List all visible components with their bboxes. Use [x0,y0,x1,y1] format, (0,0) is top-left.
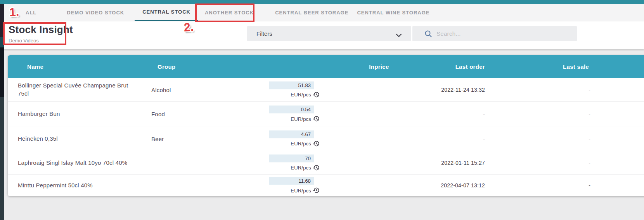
sidebar-sliver [0,97,4,220]
column-header-last-sale[interactable]: Last sale [505,63,589,70]
inprice-value-field[interactable]: 4.67 [269,130,314,138]
top-accent-bar [0,0,644,4]
search-box [412,26,577,41]
product-name: Hamburger Bun [18,110,131,118]
last-order-value: 2022-01-11 15:27 [388,160,485,166]
chevron-down-icon [396,32,402,39]
inprice-value-field[interactable]: 70 [269,154,314,162]
product-name: Bollinger Special Cuvée Champagne Brut 7… [18,81,131,98]
inprice-cell: 4.67 EUR/pcs [261,130,320,147]
price-history-icon[interactable] [313,115,320,122]
filters-dropdown[interactable]: Filters [247,26,411,41]
inprice-cell: 51.83 EUR/pcs [261,81,320,98]
price-unit-label: EUR/pcs [291,187,311,193]
last-sale-value: - [505,160,590,166]
last-sale-value: - [505,136,590,142]
price-unit-label: EUR/pcs [291,141,311,147]
last-sale-value: - [505,111,590,117]
stock-table: Name Group Inprice Last order Last sale … [8,55,644,196]
tab-another-stock[interactable]: ANOTHER STOCK [205,4,254,21]
table-header-row: Name Group Inprice Last order Last sale [8,55,644,78]
page-title: Stock Insight [9,24,73,36]
price-unit-label: EUR/pcs [291,165,311,171]
price-history-icon[interactable] [313,187,320,194]
filters-label: Filters [256,30,272,37]
search-icon [424,30,433,38]
search-input[interactable] [436,30,572,37]
tab-central-stock-active[interactable]: CENTRAL STOCK [135,4,198,21]
price-unit-label: EUR/pcs [291,116,311,122]
product-name: Laphroaig Singl Islay Malt 10yo 70cl 40% [18,159,131,167]
last-order-value: - [388,136,485,142]
stock-tab-bar: ALL DEMO VIDEO STOCK CENTRAL STOCK ANOTH… [4,4,644,21]
last-order-value: 2022-11-24 13:32 [388,87,485,93]
inprice-value-field[interactable]: 0.54 [269,106,314,113]
inprice-cell: 11.68 EUR/pcs [261,177,320,194]
table-row[interactable]: Bollinger Special Cuvée Champagne Brut 7… [8,78,644,101]
table-row[interactable]: Laphroaig Singl Islay Malt 10yo 70cl 40%… [8,151,644,174]
product-group: Food [151,111,165,117]
last-order-value: - [388,111,485,117]
price-history-icon[interactable] [313,140,320,147]
table-row[interactable]: Heineken 0,35l Beer 4.67 EUR/pcs - - [8,126,644,151]
price-history-icon[interactable] [313,91,320,98]
page-subtitle: Demo Videos [9,38,39,44]
tab-central-wine-storage[interactable]: CENTRAL WINE STORAGE [357,4,429,21]
inprice-value-field[interactable]: 11.68 [269,177,314,185]
column-header-last-order[interactable]: Last order [388,63,485,70]
product-name: Heineken 0,35l [18,134,131,143]
product-group: Beer [151,135,164,142]
last-order-value: 2022-04-07 13:12 [388,182,485,189]
inprice-value-field[interactable]: 51.83 [269,81,314,89]
table-row[interactable]: Hamburger Bun Food 0.54 EUR/pcs - - [8,101,644,126]
column-header-name[interactable]: Name [27,63,43,70]
product-name: Minttu Peppermint 50cl 40% [18,181,131,190]
last-sale-value: - [505,182,590,189]
product-group: Alcohol [151,86,171,93]
sidebar-sliver [0,37,4,47]
inprice-cell: 70 EUR/pcs [261,154,320,171]
tab-all[interactable]: ALL [26,4,36,21]
sidebar-sliver [0,47,4,97]
price-unit-label: EUR/pcs [291,92,311,98]
column-header-group[interactable]: Group [158,63,176,70]
last-sale-value: - [505,87,590,93]
tab-demo-video-stock[interactable]: DEMO VIDEO STOCK [67,4,124,21]
table-row[interactable]: Minttu Peppermint 50cl 40% 11.68 EUR/pcs… [8,174,644,196]
sidebar-sliver [0,4,4,37]
inprice-cell: 0.54 EUR/pcs [261,106,320,122]
price-history-icon[interactable] [313,164,320,171]
stock-insight-screen: ALL DEMO VIDEO STOCK CENTRAL STOCK ANOTH… [0,0,644,220]
page-header: Stock Insight Demo Videos Filters [4,21,644,49]
tab-central-beer-storage[interactable]: CENTRAL BEER STORAGE [275,4,348,21]
